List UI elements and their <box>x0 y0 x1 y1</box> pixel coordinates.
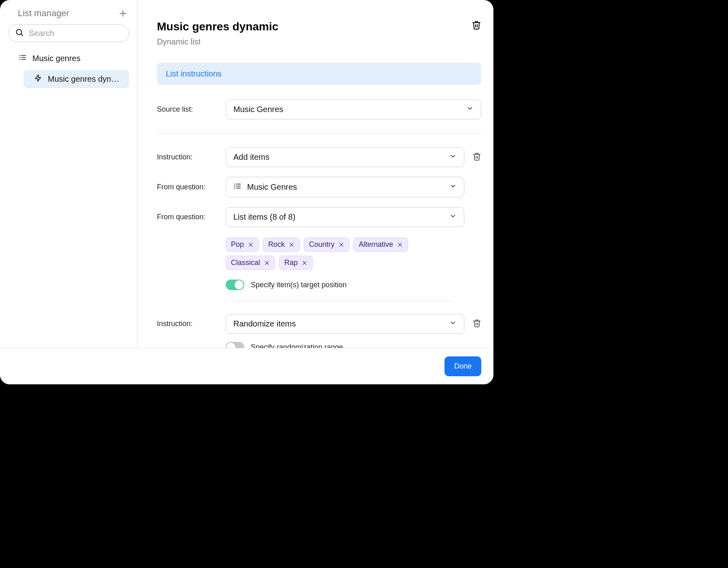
chevron-down-icon <box>449 153 457 162</box>
specify-randomization-range-toggle[interactable] <box>226 342 244 348</box>
divider <box>226 301 452 301</box>
from-question-select[interactable]: Music Genres <box>226 177 464 197</box>
source-list-select[interactable]: Music Genres <box>226 100 481 119</box>
remove-chip-button[interactable] <box>289 242 294 248</box>
specify-target-position-label: Specify item(s) target position <box>251 281 347 289</box>
svg-point-16 <box>235 188 235 189</box>
remove-chip-button[interactable] <box>248 242 254 248</box>
svg-point-9 <box>20 59 20 60</box>
search-icon <box>15 28 24 38</box>
main-panel: Music genres dynamic Dynamic list List i… <box>138 0 493 348</box>
page-title: Music genres dynamic <box>157 20 278 33</box>
specify-target-position-toggle[interactable] <box>226 280 244 290</box>
label-instruction: Instruction: <box>157 320 214 328</box>
list-items-select[interactable]: List items (8 of 8) <box>226 207 464 227</box>
chip-pop: Pop <box>226 237 259 252</box>
done-button[interactable]: Done <box>444 356 481 376</box>
delete-list-button[interactable] <box>472 20 481 30</box>
instruction1-action-select[interactable]: Add items <box>226 147 464 167</box>
add-list-button[interactable] <box>119 9 127 18</box>
chevron-down-icon <box>449 212 457 222</box>
remove-chip-button[interactable] <box>302 260 307 266</box>
page-subtitle: Dynamic list <box>157 37 278 47</box>
instruction2-action-select[interactable]: Randomize items <box>226 314 464 334</box>
chip-label: Pop <box>231 240 244 249</box>
label-source-list: Source list: <box>157 105 214 114</box>
list-item-music-genres[interactable]: Music genres <box>8 49 129 68</box>
from-question-value: Music Genres <box>247 182 297 192</box>
chip-rock: Rock <box>263 237 300 252</box>
svg-line-3 <box>21 34 23 36</box>
chip-label: Alternative <box>359 240 393 249</box>
list-items-value: List items (8 of 8) <box>233 212 295 222</box>
chip-label: Country <box>309 240 334 249</box>
chips-container: PopRockCountryAlternativeClassicalRap <box>226 237 452 270</box>
chevron-down-icon <box>449 319 457 329</box>
search-input-wrap[interactable] <box>8 24 129 42</box>
search-input[interactable] <box>28 28 132 38</box>
instruction1-action-value: Add items <box>233 153 269 162</box>
list-item-label: Music genres <box>32 54 80 63</box>
chevron-down-icon <box>449 182 457 192</box>
remove-chip-button[interactable] <box>264 260 270 266</box>
chevron-down-icon <box>466 105 474 114</box>
chip-rap: Rap <box>279 256 313 270</box>
list-icon <box>19 53 27 64</box>
source-list-value: Music Genres <box>233 105 283 114</box>
chip-label: Classical <box>231 259 260 267</box>
remove-chip-button[interactable] <box>339 242 344 248</box>
list-tree: Music genres Music genres dyn… <box>8 48 129 88</box>
chip-country: Country <box>304 237 349 252</box>
chip-classical: Classical <box>226 256 275 270</box>
specify-randomization-range-label: Specify randomization range <box>251 343 343 348</box>
chip-alternative: Alternative <box>353 237 408 252</box>
svg-point-7 <box>20 55 20 56</box>
remove-chip-button[interactable] <box>397 242 403 248</box>
delete-instruction1-button[interactable] <box>472 152 481 163</box>
sidebar: List manager Music genres <box>0 0 138 348</box>
chip-label: Rap <box>284 259 298 267</box>
list-item-music-genres-dynamic[interactable]: Music genres dyn… <box>23 70 129 88</box>
footer: Done <box>0 348 493 384</box>
chip-label: Rock <box>268 240 285 249</box>
list-instructions-heading: List instructions <box>157 63 481 85</box>
bolt-icon <box>34 74 42 84</box>
label-instruction: Instruction: <box>157 153 214 161</box>
divider <box>157 133 481 134</box>
svg-point-15 <box>235 186 235 187</box>
svg-point-8 <box>20 57 20 58</box>
label-from-question: From question: <box>157 213 214 221</box>
list-item-label: Music genres dyn… <box>48 74 119 84</box>
delete-instruction2-button[interactable] <box>472 319 481 329</box>
label-from-question: From question: <box>157 183 214 191</box>
sidebar-title: List manager <box>18 8 69 19</box>
svg-marker-10 <box>35 75 40 82</box>
svg-point-14 <box>235 184 235 184</box>
instruction2-action-value: Randomize items <box>233 319 296 329</box>
list-icon <box>233 182 241 192</box>
